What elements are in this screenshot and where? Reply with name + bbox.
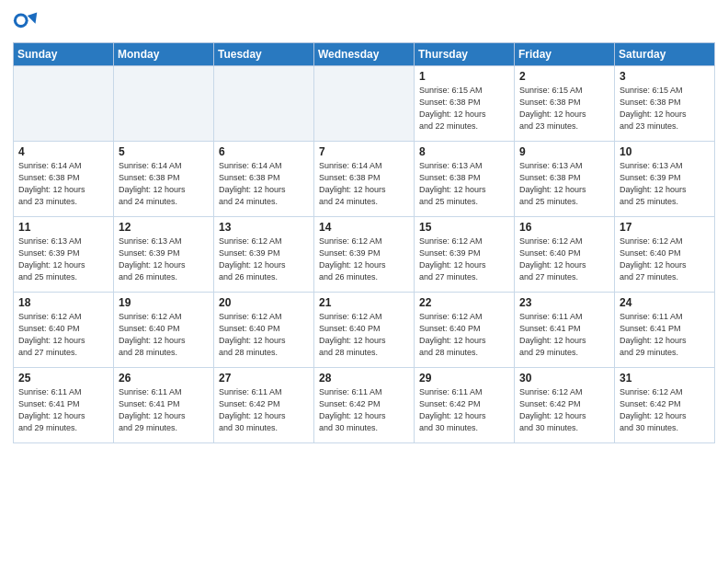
day-info: Sunrise: 6:12 AM Sunset: 6:39 PM Dayligh… xyxy=(319,236,409,283)
calendar-cell xyxy=(214,66,314,142)
day-info: Sunrise: 6:14 AM Sunset: 6:38 PM Dayligh… xyxy=(18,160,108,208)
day-number: 5 xyxy=(119,145,209,158)
calendar-cell: 20Sunrise: 6:12 AM Sunset: 6:40 PM Dayli… xyxy=(214,293,314,368)
day-info: Sunrise: 6:11 AM Sunset: 6:41 PM Dayligh… xyxy=(18,386,108,434)
day-info: Sunrise: 6:12 AM Sunset: 6:42 PM Dayligh… xyxy=(620,386,710,434)
day-info: Sunrise: 6:12 AM Sunset: 6:39 PM Dayligh… xyxy=(219,236,309,283)
calendar-cell: 14Sunrise: 6:12 AM Sunset: 6:39 PM Dayli… xyxy=(314,217,415,293)
day-number: 8 xyxy=(419,145,509,158)
calendar-cell: 15Sunrise: 6:12 AM Sunset: 6:39 PM Dayli… xyxy=(415,217,515,293)
weekday-header-sunday: Sunday xyxy=(14,43,114,66)
day-number: 19 xyxy=(119,296,209,309)
calendar-cell: 1Sunrise: 6:15 AM Sunset: 6:38 PM Daylig… xyxy=(415,66,515,142)
day-number: 25 xyxy=(18,372,108,385)
day-info: Sunrise: 6:12 AM Sunset: 6:40 PM Dayligh… xyxy=(119,311,209,359)
day-number: 14 xyxy=(319,221,409,234)
calendar-cell xyxy=(314,66,415,142)
calendar-cell: 12Sunrise: 6:13 AM Sunset: 6:39 PM Dayli… xyxy=(114,217,214,293)
calendar-table: SundayMondayTuesdayWednesdayThursdayFrid… xyxy=(13,42,715,443)
calendar-cell: 9Sunrise: 6:13 AM Sunset: 6:38 PM Daylig… xyxy=(515,142,615,217)
day-number: 7 xyxy=(319,145,409,158)
day-number: 1 xyxy=(419,70,509,83)
day-number: 15 xyxy=(419,221,509,234)
calendar-cell: 26Sunrise: 6:11 AM Sunset: 6:41 PM Dayli… xyxy=(114,368,214,443)
weekday-header-row: SundayMondayTuesdayWednesdayThursdayFrid… xyxy=(14,43,715,66)
weekday-header-tuesday: Tuesday xyxy=(214,43,314,66)
day-info: Sunrise: 6:12 AM Sunset: 6:40 PM Dayligh… xyxy=(620,236,710,283)
calendar-cell: 30Sunrise: 6:12 AM Sunset: 6:42 PM Dayli… xyxy=(515,368,615,443)
day-number: 17 xyxy=(620,221,710,234)
day-info: Sunrise: 6:12 AM Sunset: 6:40 PM Dayligh… xyxy=(319,311,409,359)
weekday-header-thursday: Thursday xyxy=(415,43,515,66)
day-info: Sunrise: 6:13 AM Sunset: 6:38 PM Dayligh… xyxy=(419,160,509,208)
calendar-cell: 29Sunrise: 6:11 AM Sunset: 6:42 PM Dayli… xyxy=(415,368,515,443)
day-info: Sunrise: 6:14 AM Sunset: 6:38 PM Dayligh… xyxy=(219,160,309,208)
day-number: 27 xyxy=(219,372,309,385)
calendar-cell: 6Sunrise: 6:14 AM Sunset: 6:38 PM Daylig… xyxy=(214,142,314,217)
day-number: 31 xyxy=(620,372,710,385)
day-number: 26 xyxy=(119,372,209,385)
day-number: 28 xyxy=(319,372,409,385)
day-number: 4 xyxy=(18,145,108,158)
weekday-header-wednesday: Wednesday xyxy=(314,43,415,66)
day-info: Sunrise: 6:12 AM Sunset: 6:40 PM Dayligh… xyxy=(219,311,309,359)
calendar-cell: 7Sunrise: 6:14 AM Sunset: 6:38 PM Daylig… xyxy=(314,142,415,217)
weekday-header-saturday: Saturday xyxy=(615,43,715,66)
calendar-cell: 3Sunrise: 6:15 AM Sunset: 6:38 PM Daylig… xyxy=(615,66,715,142)
calendar-cell: 25Sunrise: 6:11 AM Sunset: 6:41 PM Dayli… xyxy=(14,368,114,443)
calendar-cell: 22Sunrise: 6:12 AM Sunset: 6:40 PM Dayli… xyxy=(415,293,515,368)
day-number: 20 xyxy=(219,296,309,309)
calendar-cell: 24Sunrise: 6:11 AM Sunset: 6:41 PM Dayli… xyxy=(615,293,715,368)
day-number: 9 xyxy=(519,145,609,158)
day-number: 6 xyxy=(219,145,309,158)
day-info: Sunrise: 6:15 AM Sunset: 6:38 PM Dayligh… xyxy=(519,85,609,132)
logo xyxy=(13,9,41,35)
day-info: Sunrise: 6:11 AM Sunset: 6:42 PM Dayligh… xyxy=(219,386,309,434)
calendar-cell: 4Sunrise: 6:14 AM Sunset: 6:38 PM Daylig… xyxy=(14,142,114,217)
calendar-week-row: 4Sunrise: 6:14 AM Sunset: 6:38 PM Daylig… xyxy=(14,142,715,217)
calendar-cell: 16Sunrise: 6:12 AM Sunset: 6:40 PM Dayli… xyxy=(515,217,615,293)
day-info: Sunrise: 6:13 AM Sunset: 6:38 PM Dayligh… xyxy=(519,160,609,208)
day-number: 29 xyxy=(419,372,509,385)
calendar-cell xyxy=(114,66,214,142)
calendar-cell: 17Sunrise: 6:12 AM Sunset: 6:40 PM Dayli… xyxy=(615,217,715,293)
calendar-page: SundayMondayTuesdayWednesdayThursdayFrid… xyxy=(0,0,728,563)
day-info: Sunrise: 6:13 AM Sunset: 6:39 PM Dayligh… xyxy=(620,160,710,208)
calendar-cell: 27Sunrise: 6:11 AM Sunset: 6:42 PM Dayli… xyxy=(214,368,314,443)
calendar-cell: 21Sunrise: 6:12 AM Sunset: 6:40 PM Dayli… xyxy=(314,293,415,368)
calendar-cell: 10Sunrise: 6:13 AM Sunset: 6:39 PM Dayli… xyxy=(615,142,715,217)
header xyxy=(13,9,715,35)
calendar-week-row: 11Sunrise: 6:13 AM Sunset: 6:39 PM Dayli… xyxy=(14,217,715,293)
calendar-week-row: 18Sunrise: 6:12 AM Sunset: 6:40 PM Dayli… xyxy=(14,293,715,368)
calendar-cell: 8Sunrise: 6:13 AM Sunset: 6:38 PM Daylig… xyxy=(415,142,515,217)
calendar-cell xyxy=(14,66,114,142)
day-info: Sunrise: 6:11 AM Sunset: 6:42 PM Dayligh… xyxy=(419,386,509,434)
day-info: Sunrise: 6:11 AM Sunset: 6:41 PM Dayligh… xyxy=(519,311,609,359)
day-number: 18 xyxy=(18,296,108,309)
day-number: 30 xyxy=(519,372,609,385)
weekday-header-monday: Monday xyxy=(114,43,214,66)
logo-icon xyxy=(13,9,39,35)
calendar-week-row: 1Sunrise: 6:15 AM Sunset: 6:38 PM Daylig… xyxy=(14,66,715,142)
day-number: 21 xyxy=(319,296,409,309)
day-info: Sunrise: 6:13 AM Sunset: 6:39 PM Dayligh… xyxy=(119,236,209,283)
day-info: Sunrise: 6:12 AM Sunset: 6:42 PM Dayligh… xyxy=(519,386,609,434)
svg-point-1 xyxy=(17,16,26,25)
day-info: Sunrise: 6:12 AM Sunset: 6:39 PM Dayligh… xyxy=(419,236,509,283)
day-info: Sunrise: 6:11 AM Sunset: 6:41 PM Dayligh… xyxy=(620,311,710,359)
day-info: Sunrise: 6:12 AM Sunset: 6:40 PM Dayligh… xyxy=(419,311,509,359)
day-number: 10 xyxy=(620,145,710,158)
weekday-header-friday: Friday xyxy=(515,43,615,66)
day-number: 12 xyxy=(119,221,209,234)
day-number: 13 xyxy=(219,221,309,234)
day-number: 3 xyxy=(620,70,710,83)
calendar-cell: 2Sunrise: 6:15 AM Sunset: 6:38 PM Daylig… xyxy=(515,66,615,142)
day-info: Sunrise: 6:15 AM Sunset: 6:38 PM Dayligh… xyxy=(620,85,710,132)
calendar-cell: 28Sunrise: 6:11 AM Sunset: 6:42 PM Dayli… xyxy=(314,368,415,443)
day-info: Sunrise: 6:13 AM Sunset: 6:39 PM Dayligh… xyxy=(18,236,108,283)
svg-marker-2 xyxy=(28,13,38,24)
calendar-cell: 31Sunrise: 6:12 AM Sunset: 6:42 PM Dayli… xyxy=(615,368,715,443)
day-info: Sunrise: 6:11 AM Sunset: 6:41 PM Dayligh… xyxy=(119,386,209,434)
calendar-cell: 11Sunrise: 6:13 AM Sunset: 6:39 PM Dayli… xyxy=(14,217,114,293)
calendar-cell: 13Sunrise: 6:12 AM Sunset: 6:39 PM Dayli… xyxy=(214,217,314,293)
